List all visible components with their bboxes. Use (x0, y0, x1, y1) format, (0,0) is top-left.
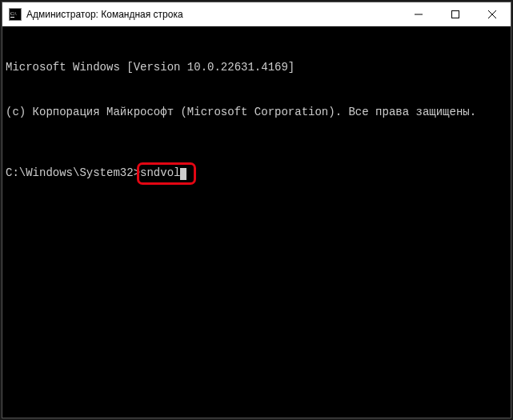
close-button[interactable] (474, 2, 511, 26)
command-prompt-window: C:\ Администратор: Командная строка Micr… (2, 2, 511, 418)
cmd-icon: C:\ (9, 8, 22, 21)
terminal-prompt-line: C:\Windows\System32>sndvol (6, 166, 507, 181)
terminal-output-line: (с) Корпорация Майкрософт (Microsoft Cor… (6, 105, 507, 120)
svg-rect-3 (10, 17, 14, 18)
prompt-path: C:\Windows\System32> (6, 166, 140, 179)
cursor (180, 168, 186, 180)
svg-rect-5 (452, 10, 459, 18)
maximize-button[interactable] (437, 2, 474, 26)
command-input[interactable]: sndvol (140, 166, 180, 179)
minimize-button[interactable] (400, 2, 437, 26)
window-controls (400, 2, 511, 26)
terminal-body[interactable]: Microsoft Windows [Version 10.0.22631.41… (2, 26, 511, 418)
window-title: Администратор: Командная строка (26, 9, 400, 20)
titlebar[interactable]: C:\ Администратор: Командная строка (2, 2, 511, 26)
svg-text:C:\: C:\ (10, 11, 17, 16)
terminal-output-line: Microsoft Windows [Version 10.0.22631.41… (6, 60, 507, 75)
